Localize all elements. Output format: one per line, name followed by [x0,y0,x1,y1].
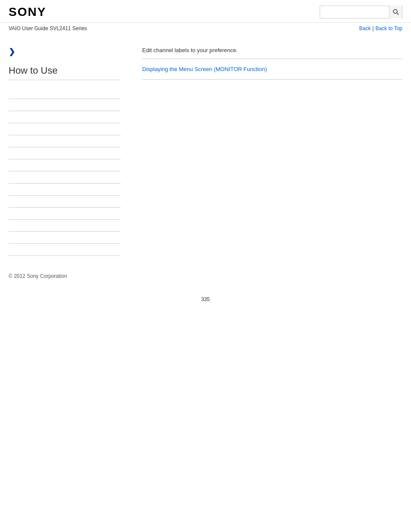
list-item [9,171,121,184]
list-item [9,196,121,208]
content-divider-1 [142,59,402,59]
footer: © 2012 Sony Corporation [0,264,411,288]
main-content: ❯ How to Use Edit channel labels to your… [0,34,411,264]
nav-separator: | [372,25,374,31]
list-item [9,244,121,256]
list-item [9,208,121,220]
guide-title: VAIO User Guide SVL2411 Series [9,25,87,31]
list-item [9,135,121,147]
list-item [9,220,121,232]
search-button[interactable] [389,6,402,19]
sony-logo: SONY [9,5,46,19]
monitor-function-link[interactable]: Displaying the Menu Screen (MONITOR Func… [142,62,402,76]
content-divider-2 [142,79,402,80]
list-item [9,184,121,196]
content-description: Edit channel labels to your preference. [142,43,402,53]
sidebar-section-title: How to Use [9,65,121,80]
svg-point-0 [393,9,397,13]
back-to-top-link[interactable]: Back to Top [376,25,402,31]
page-number: 335 [0,288,411,311]
list-item [9,87,121,99]
search-input[interactable] [320,6,389,18]
svg-line-1 [397,13,399,15]
list-item [9,232,121,244]
search-icon [392,9,399,16]
subheader: VAIO User Guide SVL2411 Series Back | Ba… [0,23,411,34]
list-item [9,123,121,135]
list-item [9,111,121,123]
copyright-text: © 2012 Sony Corporation [9,273,67,279]
list-item [9,99,121,111]
content-area: Edit channel labels to your preference. … [129,34,411,264]
breadcrumb-arrow: ❯ [9,47,121,56]
search-box [320,6,402,19]
sidebar-items [9,87,121,256]
list-item [9,159,121,171]
back-link[interactable]: Back [359,25,371,31]
nav-links: Back | Back to Top [359,25,402,31]
sidebar: ❯ How to Use [0,34,129,264]
list-item [9,147,121,159]
header: SONY [0,0,411,23]
